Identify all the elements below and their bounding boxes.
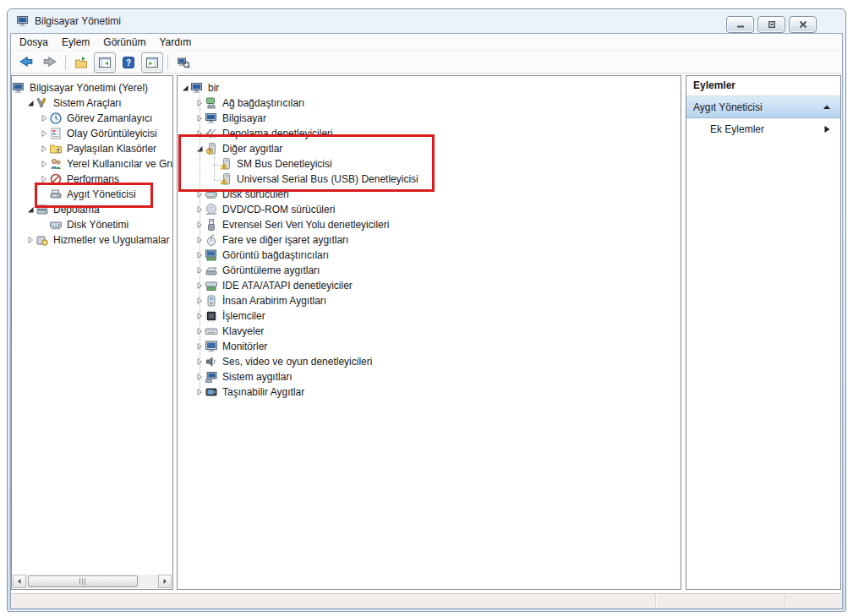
network-adapter-icon (205, 96, 218, 110)
tree-item[interactable]: Görüntüleme aygıtları (178, 263, 681, 278)
chevron-up-icon[interactable] (822, 102, 832, 112)
tree-item-label: Aygıt Yöneticisi (67, 188, 139, 200)
console-window-button[interactable] (94, 52, 116, 73)
tree-item[interactable]: İnsan Arabirim Aygıtları (178, 293, 681, 308)
actions-section-title: Aygıt Yöneticisi (693, 101, 763, 113)
tree-item-label: Yerel Kullanıcılar ve Gru (67, 158, 172, 170)
desktop: { "window": { "title": "Bilgisayar Yönet… (0, 0, 853, 616)
warning-device-icon (219, 172, 232, 186)
expander-placeholder (39, 217, 49, 232)
tree-item[interactable]: Yerel Kullanıcılar ve Gru (12, 156, 172, 172)
menu-item-1[interactable]: Eylem (55, 34, 96, 51)
status-cell (11, 594, 656, 608)
performance-icon (49, 172, 63, 186)
tree-item-label: Fare ve diğer işaret aygıtları (222, 234, 352, 246)
arrow-right-icon (161, 578, 168, 585)
tree-item[interactable]: Paylaşılan Klasörler (12, 141, 172, 156)
tree-item-label: Taşınabilir Aygıtlar (222, 386, 308, 398)
expander-collapsed-icon[interactable] (39, 156, 49, 172)
menu-item-0[interactable]: Dosya (13, 34, 55, 51)
warning-device-icon (219, 157, 232, 171)
tree-item-label: Hizmetler ve Uygulamalar (53, 234, 172, 246)
tree-item[interactable]: Sistem aygıtları (178, 369, 681, 384)
computer-management-icon (12, 81, 25, 95)
tree-connector-line (214, 180, 221, 181)
scroll-right-button[interactable] (158, 575, 172, 588)
forward-icon (42, 55, 57, 70)
scrollbar-grip (79, 578, 87, 585)
tree-item[interactable]: Monitörler (178, 339, 681, 354)
restore-button[interactable] (757, 16, 785, 33)
tree-item[interactable]: Olay Görüntüleyicisi (12, 126, 172, 141)
expander-collapsed-icon[interactable] (39, 172, 49, 187)
tree-item[interactable]: Sistem Araçları (12, 95, 172, 111)
menu-item-2[interactable]: Görünüm (96, 34, 152, 51)
tree-item[interactable]: Bilgisayar (178, 111, 681, 126)
status-bar (11, 593, 842, 608)
horizontal-scrollbar[interactable] (13, 575, 172, 588)
tree-item[interactable]: Görüntü bağdaştırıcıları (178, 248, 681, 263)
forward-button[interactable] (39, 52, 61, 73)
expander-expanded-icon[interactable] (25, 95, 36, 111)
tree-item-label: Görev Zamanlayıcı (67, 112, 156, 124)
tree-item-label: Disk sürücüleri (222, 188, 293, 200)
tree-item[interactable]: Klavyeler (178, 324, 681, 339)
tree-item-label: Evrensel Seri Veri Yolu denetleyicileri (222, 219, 392, 231)
tree-item[interactable]: Evrensel Seri Veri Yolu denetleyicileri (178, 217, 681, 232)
expander-collapsed-icon[interactable] (39, 126, 49, 141)
tree-item[interactable]: Depolama (12, 202, 172, 217)
restore-icon (768, 20, 776, 29)
close-icon (799, 20, 807, 29)
tree-item[interactable]: Taşınabilir Aygıtlar (178, 384, 681, 400)
expander-collapsed-icon[interactable] (39, 111, 49, 126)
tree-item[interactable]: ?Diğer aygıtlar (178, 141, 681, 156)
tree-item[interactable]: Ses, video ve oyun denetleyicileri (178, 354, 681, 369)
expander-expanded-icon[interactable] (25, 202, 36, 217)
minimize-button[interactable] (726, 16, 754, 33)
tree-item[interactable]: Fare ve diğer işaret aygıtları (178, 232, 681, 248)
menu-item-3[interactable]: Yardım (152, 34, 198, 51)
tree-item-label: Bilgisayar Yönetimi (Yerel) (30, 82, 151, 94)
title-bar[interactable]: Bilgisayar Yönetimi (8, 9, 845, 33)
tree-item[interactable]: Depolama denetleyicileri (178, 126, 681, 141)
scroll-left-button[interactable] (13, 575, 26, 588)
processor-icon (205, 309, 218, 323)
tree-item-label: SM Bus Denetleyicisi (237, 158, 336, 170)
tree-item[interactable]: Hizmetler ve Uygulamalar (12, 232, 172, 248)
storage-icon (36, 203, 49, 216)
tree-item[interactable]: IDE ATA/ATAPI denetleyiciler (178, 278, 681, 293)
tree-item[interactable]: Disk Yönetimi (12, 217, 172, 232)
expander-collapsed-icon[interactable] (25, 232, 36, 248)
tree-item[interactable]: Performans (12, 172, 172, 187)
tree-item[interactable]: Disk sürücüleri (178, 187, 681, 202)
close-button[interactable] (789, 16, 817, 33)
actions-section-device-manager[interactable]: Aygıt Yöneticisi (686, 96, 840, 118)
expander-expanded-icon[interactable] (180, 80, 190, 95)
help-button[interactable]: ? (118, 52, 139, 73)
tree-item[interactable]: Bilgisayar Yönetimi (Yerel) (12, 80, 172, 95)
expander-collapsed-icon[interactable] (39, 141, 49, 156)
tree-item[interactable]: İşlemciler (178, 308, 681, 324)
tree-item[interactable]: SM Bus Denetleyicisi (178, 156, 681, 172)
tree-item[interactable]: Universal Serial Bus (USB) Denetleyicisi (178, 172, 681, 187)
tree-item-label: Olay Görüntüleyicisi (67, 128, 161, 139)
action-pane-toggle-button[interactable] (141, 52, 163, 73)
action-item-more-actions[interactable]: Ek Eylemler (686, 118, 840, 140)
scan-hardware-button[interactable] (172, 52, 194, 73)
back-button[interactable] (15, 52, 37, 73)
tree-item-label: İşlemciler (222, 310, 269, 322)
tree-item[interactable]: Aygıt Yöneticisi (12, 187, 172, 202)
show-console-tree-button[interactable] (70, 52, 92, 73)
tree-item[interactable]: bir (178, 80, 681, 95)
tree-item-label: Ağ bağdaştırıcıları (222, 97, 308, 109)
monitor-icon (205, 340, 218, 353)
status-cell (656, 594, 785, 608)
scrollbar-thumb[interactable] (28, 575, 138, 587)
console-tree-panel: Bilgisayar Yönetimi (Yerel)Sistem Araçla… (11, 75, 173, 590)
tree-item[interactable]: Ağ bağdaştırıcıları (178, 95, 681, 111)
tree-item[interactable]: DVD/CD-ROM sürücüleri (178, 202, 681, 217)
tree-item-label: IDE ATA/ATAPI denetleyiciler (222, 280, 356, 292)
tree-item[interactable]: Görev Zamanlayıcı (12, 111, 172, 126)
usb-icon (205, 218, 218, 232)
help-icon: ? (122, 56, 135, 69)
